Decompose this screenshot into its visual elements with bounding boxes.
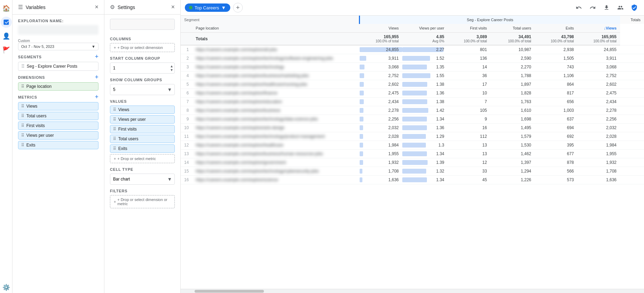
vpu-cell: 1.32 [402, 167, 448, 176]
redo-button[interactable] [587, 2, 598, 13]
add-metric-button[interactable]: + [95, 93, 98, 101]
segment-chip[interactable]: ⠿ Seg - Explore Career Posts [18, 62, 98, 71]
vpu-val: 1.34 [436, 117, 444, 122]
fv-cell: 13 [448, 141, 490, 150]
tv-cell: 3,911 [577, 54, 620, 63]
settings-panel-body: COLUMNS + + Drop or select dimension STA… [104, 15, 180, 293]
tu-cell: 1,462 [490, 150, 535, 158]
date-value: Oct 7 - Nov 5, 2023 [21, 44, 54, 49]
arrow-up-icon[interactable]: ▲ [170, 64, 173, 68]
arrow-down-icon[interactable]: ▼ [170, 68, 173, 72]
tu-col-header: Total users [490, 24, 535, 33]
row-num-cell: 5 [181, 80, 192, 89]
tv-cell: 2,602 [577, 80, 620, 89]
audience-icon[interactable]: 👤 [1, 31, 12, 42]
metric-chip-total-users[interactable]: ⠿ Total users [18, 112, 98, 120]
row-num-cell: 8 [181, 106, 192, 115]
vpu-cell: 1.34 [402, 176, 448, 184]
tab-label: Top Careers [195, 5, 219, 10]
metric-chip-views[interactable]: ⠿ Views [18, 102, 98, 110]
show-col-groups-select-wrap: 5 10 ▼ [110, 84, 175, 95]
tu-cell: 1,226 [490, 176, 535, 184]
show-col-groups-select[interactable]: 5 10 [110, 84, 175, 95]
variables-close-button[interactable]: × [95, 3, 98, 11]
table-row: 11 https://careers.example.com/explore/t… [181, 132, 644, 141]
views-cell: 3,068 [360, 63, 402, 72]
exploration-name-display [18, 25, 98, 35]
table-row: 16 https://careers.example.com/explore/s… [181, 176, 644, 184]
views-cell: 2,434 [360, 98, 402, 106]
home-icon[interactable]: 🏠 [1, 3, 12, 14]
verified-icon [629, 2, 640, 13]
fv-cell: 17 [448, 80, 490, 89]
value-chip-views[interactable]: ⠿ Views [110, 106, 175, 114]
value-chip-label-vpu: Views per user [118, 117, 146, 122]
filters-drop-zone[interactable]: + + Drop or select dimension or metric [110, 195, 175, 208]
views-cell: 1,984 [360, 141, 402, 150]
download-button[interactable] [601, 2, 612, 13]
totals-tv-cell: 165,955 100.0% of total [577, 33, 620, 45]
variables-icon: ☰ [18, 4, 23, 10]
settings-close-button[interactable]: × [171, 3, 175, 11]
cell-type-select[interactable]: Bar chart Plain text Heat map [110, 174, 175, 185]
horizontal-scrollbar[interactable] [181, 289, 644, 293]
metric-chip-first-visits[interactable]: ⠿ First visits [18, 122, 98, 130]
value-chip-label-tu: Total users [118, 136, 138, 141]
value-chip-tu[interactable]: ⠿ Total users [110, 135, 175, 143]
totals-tv-val: 165,955 [601, 34, 616, 39]
metric-chip-exits[interactable]: ⠿ Exits [18, 141, 98, 149]
totals-vpu-cell: 4.85 Avg 0% [402, 33, 448, 45]
table-row: 10 https://careers.example.com/explore/a… [181, 124, 644, 132]
columns-drop-zone[interactable]: + + Drop or select dimension [110, 43, 175, 52]
vpu-cell: 1.39 [402, 158, 448, 167]
vpu-cell: 1.36 [402, 124, 448, 132]
dimension-chip-page-location[interactable]: ⠿ Page location [18, 82, 98, 91]
vpu-val: 1.38 [436, 99, 444, 104]
views-val: 2,028 [388, 134, 399, 139]
views-val: 2,752 [388, 73, 399, 78]
settings-title: ⚙ Settings [110, 4, 135, 10]
scrollbar-thumb[interactable] [195, 290, 264, 293]
start-col-group-input[interactable] [110, 62, 175, 74]
values-drop-zone[interactable]: + + Drop or select metric [110, 154, 175, 163]
plus-icon-vals: + [114, 157, 116, 161]
table-row: 9 https://careers.example.com/explore/te… [181, 115, 644, 124]
segments-section-row: SEGMENTS + [18, 53, 98, 60]
tu-header-label: Total users [513, 26, 531, 30]
exits-cell: 566 [535, 167, 577, 176]
exits-cell: 656 [535, 98, 577, 106]
metric-chip-vpu[interactable]: ⠿ Views per user [18, 131, 98, 140]
row-num-col-header [181, 24, 192, 33]
flag-icon[interactable]: 🚩 [1, 44, 12, 56]
tu-cell: 2,270 [490, 63, 535, 72]
date-selector[interactable]: Oct 7 - Nov 5, 2023 ▼ [18, 43, 98, 50]
value-drag-icon-fv: ⠿ [113, 127, 116, 132]
date-custom-label: Custom [18, 39, 98, 43]
page-location-cell: https://careers.example.com/explore/scie… [192, 176, 359, 184]
page-location-cell: https://careers.example.com/explore/tech… [192, 115, 359, 124]
value-chip-vpu[interactable]: ⠿ Views per user [110, 115, 175, 124]
tu-cell: 1,579 [490, 132, 535, 141]
vpu-val: 1.42 [436, 108, 444, 113]
tu-cell: 10,987 [490, 45, 535, 54]
add-segment-button[interactable]: + [95, 53, 98, 60]
row-num-cell: 9 [181, 115, 192, 124]
value-chip-exits[interactable]: ⠿ Exits [110, 144, 175, 153]
add-dimension-button[interactable]: + [95, 74, 98, 81]
value-chip-fv[interactable]: ⠿ First visits [110, 125, 175, 133]
views-val: 24,855 [386, 47, 399, 52]
exits-cell: 743 [535, 63, 577, 72]
data-area[interactable]: Segment Seg - Explore Career Posts Total… [181, 16, 644, 289]
exits-cell: 1,003 [535, 106, 577, 115]
add-tab-button[interactable]: + [233, 3, 243, 12]
page-location-cell: https://careers.example.com/explore/busi… [192, 106, 359, 115]
undo-button[interactable] [573, 2, 584, 13]
explore-icon[interactable] [1, 17, 12, 28]
vpu-val: 1.3 [438, 143, 444, 148]
views-cell: 24,855 [360, 45, 402, 54]
views-cell: 1,708 [360, 167, 402, 176]
settings-nav-icon[interactable]: ⚙️ [1, 282, 12, 293]
share-button[interactable] [615, 2, 626, 13]
top-careers-tab[interactable]: Top Careers ▼ [185, 3, 230, 12]
vpu-cell: 2.27 [402, 45, 448, 54]
